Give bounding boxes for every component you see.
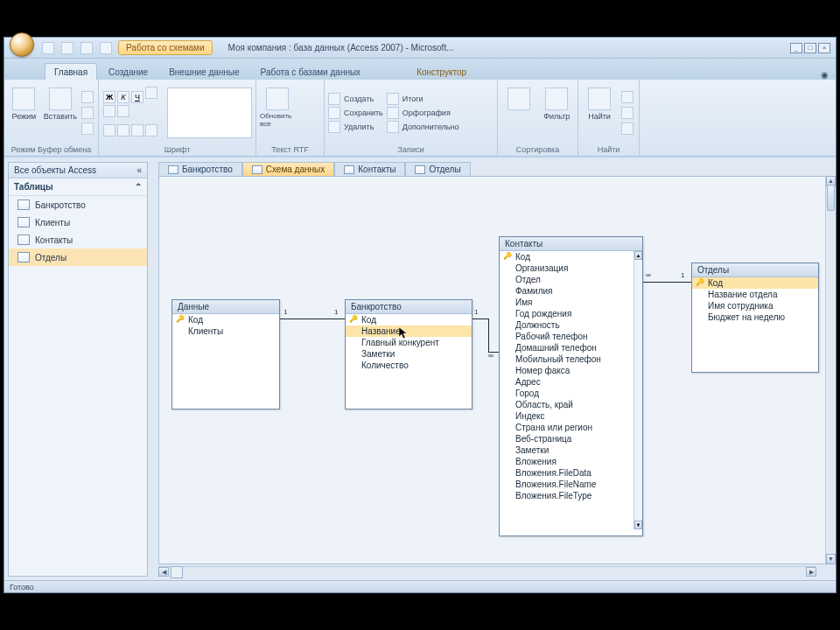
vertical-scrollbar[interactable]: ▲ ▼ bbox=[825, 176, 836, 564]
fill-color-icon[interactable] bbox=[117, 124, 130, 136]
more-button[interactable]: Дополнительно bbox=[387, 120, 459, 134]
doc-tab-bankrotstvo[interactable]: Банкротство bbox=[158, 162, 242, 176]
field-zametki[interactable]: Заметки bbox=[500, 444, 642, 456]
underline-button[interactable]: Ч bbox=[131, 91, 144, 103]
totals-button[interactable]: Итоги bbox=[387, 92, 459, 106]
relationship-line[interactable] bbox=[472, 318, 488, 319]
new-record-button[interactable]: Создать bbox=[328, 92, 383, 106]
field-adres[interactable]: Адрес bbox=[500, 376, 642, 388]
field-otdel[interactable]: Отдел bbox=[500, 274, 642, 285]
close-button[interactable]: × bbox=[818, 43, 830, 53]
relationship-line[interactable] bbox=[280, 318, 345, 319]
table-box-kontakty[interactable]: Контакты Код Организация Отдел Фамилия И… bbox=[499, 236, 643, 536]
field-domashny-telefon[interactable]: Домашний телефон bbox=[500, 342, 642, 354]
field-vlozheniya-filename[interactable]: Вложения.FileName bbox=[500, 479, 642, 490]
nav-category-tables[interactable]: Таблицы⌃ bbox=[9, 178, 147, 196]
horizontal-scrollbar[interactable]: ◀ ▶ bbox=[158, 566, 816, 577]
font-color-icon[interactable] bbox=[103, 124, 116, 136]
field-nomer-faksa[interactable]: Номер факса bbox=[500, 365, 642, 376]
select-icon[interactable] bbox=[621, 122, 634, 135]
align-center-icon[interactable] bbox=[103, 105, 116, 117]
help-icon[interactable]: ◉ bbox=[821, 70, 829, 80]
maximize-button[interactable]: □ bbox=[804, 43, 816, 53]
cut-icon[interactable] bbox=[81, 91, 94, 103]
replace-icon[interactable] bbox=[621, 91, 634, 103]
doc-tab-schema[interactable]: Схема данных bbox=[242, 162, 335, 176]
field-mobilny-telefon[interactable]: Мобильный телефон bbox=[500, 354, 642, 365]
sort-asc-button[interactable] bbox=[501, 88, 536, 138]
nav-item-bankrotstvo[interactable]: Банкротство bbox=[9, 196, 147, 214]
scroll-thumb[interactable] bbox=[827, 185, 835, 211]
undo-icon[interactable] bbox=[61, 42, 74, 54]
nav-item-otdely[interactable]: Отделы bbox=[9, 248, 147, 266]
chevron-left-icon[interactable]: « bbox=[136, 165, 142, 175]
bold-button[interactable]: Ж bbox=[103, 91, 116, 103]
field-vlozheniya-filedata[interactable]: Вложения.FileData bbox=[500, 467, 642, 479]
field-vlozheniya-filetype[interactable]: Вложения.FileType bbox=[500, 490, 642, 501]
doc-tab-kontakty[interactable]: Контакты bbox=[334, 162, 405, 176]
field-imya[interactable]: Имя bbox=[500, 297, 642, 308]
tab-design[interactable]: Конструктор bbox=[407, 63, 476, 80]
font-gallery[interactable] bbox=[167, 88, 252, 138]
scroll-down-arrow[interactable]: ▼ bbox=[634, 521, 642, 529]
align-left-icon[interactable] bbox=[145, 87, 158, 99]
delete-record-button[interactable]: Удалить bbox=[328, 120, 383, 134]
gridlines-icon[interactable] bbox=[131, 124, 144, 136]
format-painter-icon[interactable] bbox=[81, 122, 94, 135]
field-byudzhet[interactable]: Бюджет на неделю bbox=[692, 312, 818, 323]
field-veb-stranitsa[interactable]: Веб-страница bbox=[500, 433, 642, 444]
field-kod[interactable]: Код bbox=[692, 277, 818, 289]
spelling-button[interactable]: Орфография bbox=[387, 106, 459, 120]
field-kod[interactable]: Код bbox=[500, 251, 642, 262]
relationship-line[interactable] bbox=[643, 282, 691, 283]
refresh-all-button[interactable]: Обновить все bbox=[260, 88, 295, 138]
align-right-icon[interactable] bbox=[117, 105, 130, 117]
doc-tab-otdely[interactable]: Отделы bbox=[405, 162, 470, 176]
field-kolichestvo[interactable]: Количество bbox=[346, 360, 472, 371]
field-vlozheniya[interactable]: Вложения bbox=[500, 456, 642, 467]
office-button[interactable] bbox=[10, 32, 34, 57]
field-gorod[interactable]: Город bbox=[500, 388, 642, 399]
field-glavny-konkurent[interactable]: Главный конкурент bbox=[346, 337, 472, 348]
field-nazvanie-otdela[interactable]: Название отдела bbox=[692, 289, 818, 300]
field-oblast-kray[interactable]: Область, край bbox=[500, 399, 642, 410]
field-familiya[interactable]: Фамилия bbox=[500, 285, 642, 297]
scroll-down-arrow[interactable]: ▼ bbox=[826, 554, 836, 564]
scroll-selector-box[interactable] bbox=[171, 566, 183, 578]
save-icon[interactable] bbox=[42, 42, 54, 54]
field-indeks[interactable]: Индекс bbox=[500, 410, 642, 422]
relationships-canvas[interactable]: Данные Код Клиенты Банкротство Код Назва… bbox=[158, 176, 827, 564]
scroll-left-arrow[interactable]: ◀ bbox=[158, 567, 169, 577]
field-imya-sotrudnika[interactable]: Имя сотрудника bbox=[692, 300, 818, 312]
table-box-otdely[interactable]: Отделы Код Название отдела Имя сотрудник… bbox=[691, 262, 819, 373]
goto-icon[interactable] bbox=[621, 107, 634, 119]
tab-create[interactable]: Создание bbox=[99, 63, 158, 80]
paste-button[interactable]: Вставить bbox=[44, 88, 77, 138]
copy-icon[interactable] bbox=[81, 107, 94, 119]
nav-item-kontakty[interactable]: Контакты bbox=[9, 231, 147, 248]
tab-database-tools[interactable]: Работа с базами данных bbox=[251, 63, 371, 80]
field-rabochy-telefon[interactable]: Рабочий телефон bbox=[500, 331, 642, 342]
find-button[interactable]: Найти bbox=[582, 88, 617, 138]
nav-pane-header[interactable]: Все объекты Access « bbox=[9, 163, 147, 178]
field-klienty[interactable]: Клиенты bbox=[172, 326, 279, 337]
field-kod[interactable]: Код bbox=[172, 314, 279, 326]
italic-button[interactable]: К bbox=[117, 91, 130, 103]
field-god-rozhdeniya[interactable]: Год рождения bbox=[500, 308, 642, 319]
field-strana[interactable]: Страна или регион bbox=[500, 422, 642, 433]
scroll-right-arrow[interactable]: ▶ bbox=[806, 567, 816, 577]
save-record-button[interactable]: Сохранить bbox=[328, 106, 383, 120]
field-nazvanie[interactable]: Название bbox=[346, 326, 472, 337]
table-box-dannye[interactable]: Данные Код Клиенты bbox=[172, 299, 280, 410]
tab-home[interactable]: Главная bbox=[45, 63, 97, 80]
field-kod[interactable]: Код bbox=[346, 314, 472, 326]
qat-dropdown-icon[interactable] bbox=[100, 42, 112, 54]
fieldlist-scrollbar[interactable]: ▲ ▼ bbox=[634, 251, 642, 529]
scroll-up-arrow[interactable]: ▲ bbox=[634, 251, 642, 260]
minimize-button[interactable]: _ bbox=[790, 43, 802, 53]
table-box-bankrotstvo[interactable]: Банкротство Код Название Главный конкуре… bbox=[345, 299, 472, 410]
redo-icon[interactable] bbox=[80, 42, 93, 54]
field-zametki[interactable]: Заметки bbox=[346, 348, 472, 360]
nav-item-klienty[interactable]: Клиенты bbox=[9, 214, 147, 231]
filter-button[interactable]: Фильтр bbox=[540, 88, 575, 138]
